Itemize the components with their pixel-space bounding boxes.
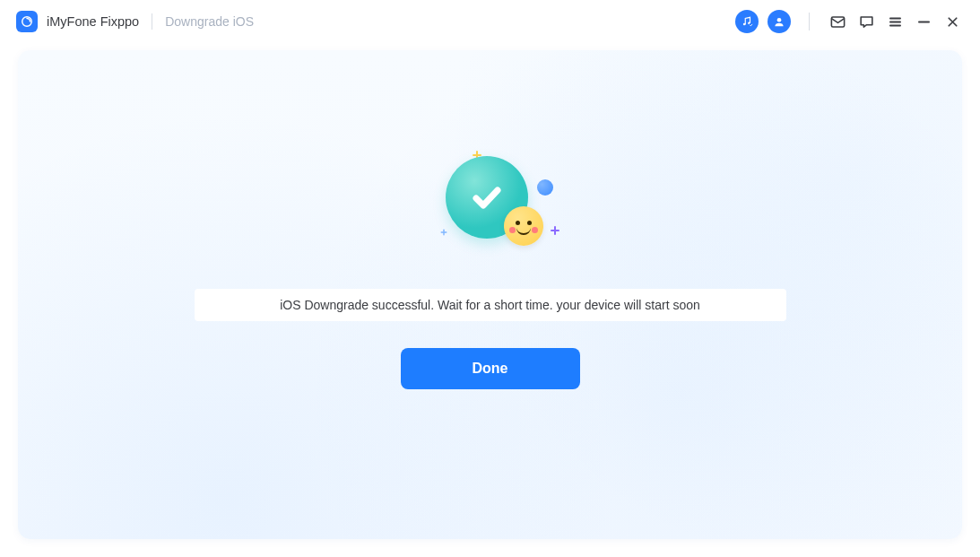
sparkle-icon (551, 226, 559, 235)
minimize-icon[interactable] (914, 12, 933, 31)
chat-icon[interactable] (856, 12, 876, 31)
smiley-icon (504, 206, 543, 246)
music-icon[interactable] (735, 10, 759, 33)
title-bar: iMyFone Fixppo Downgrade iOS (0, 0, 980, 43)
status-message: iOS Downgrade successful. Wait for a sho… (195, 289, 786, 321)
app-title: iMyFone Fixppo (47, 14, 139, 29)
main-panel: iOS Downgrade successful. Wait for a sho… (18, 50, 962, 539)
mail-icon[interactable] (828, 12, 847, 31)
close-icon[interactable] (942, 12, 962, 31)
breadcrumb: Downgrade iOS (165, 14, 254, 29)
title-icon-separator (809, 13, 810, 30)
sparkle-icon (440, 230, 447, 236)
app-logo-icon (16, 11, 38, 32)
account-icon[interactable] (768, 10, 791, 33)
success-illustration (419, 156, 562, 264)
svg-point-4 (777, 18, 782, 22)
svg-point-1 (743, 23, 746, 26)
menu-icon[interactable] (885, 12, 905, 31)
blue-dot-icon (537, 179, 553, 196)
done-button[interactable]: Done (401, 348, 580, 389)
title-divider (152, 13, 152, 30)
